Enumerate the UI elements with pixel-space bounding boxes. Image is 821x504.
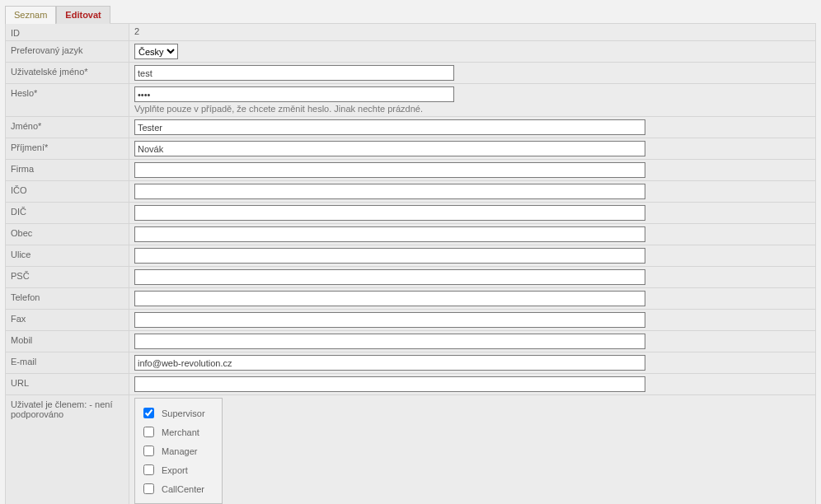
ico-input[interactable] [134, 184, 645, 199]
label-lang: Preferovaný jazyk [6, 41, 129, 63]
fax-input[interactable] [134, 312, 645, 328]
label-password: Heslo* [6, 84, 129, 117]
label-id: ID [6, 24, 129, 41]
tab-edit[interactable]: Editovat [56, 6, 110, 24]
tab-list[interactable]: Seznam [5, 6, 56, 24]
cb-merchant[interactable] [143, 427, 154, 437]
label-street: Ulice [6, 245, 129, 267]
street-input[interactable] [134, 248, 645, 264]
email-input[interactable] [134, 355, 645, 371]
cb-export-label: Export [162, 465, 188, 475]
label-firstname: Jméno* [6, 117, 129, 138]
label-city: Obec [6, 224, 129, 245]
lang-select[interactable]: Česky [134, 44, 178, 59]
label-zip: PSČ [6, 267, 129, 288]
password-hint: Vyplňte pouze v případě, že chcete změni… [134, 104, 810, 114]
label-lastname: Příjmení* [6, 138, 129, 160]
label-company: Firma [6, 160, 129, 181]
cb-merchant-label: Merchant [162, 427, 199, 437]
group-box: Supervisor Merchant Manager Export CallC… [134, 398, 223, 504]
cb-supervisor-label: Supervisor [162, 408, 205, 418]
label-username: Uživatelské jméno* [6, 63, 129, 84]
firstname-input[interactable] [134, 119, 645, 135]
label-fax: Fax [6, 310, 129, 331]
lastname-input[interactable] [134, 141, 645, 156]
url-input[interactable] [134, 376, 645, 392]
cb-manager-label: Manager [162, 446, 197, 456]
tabs: Seznam Editovat [5, 5, 816, 23]
label-email: E-mail [6, 352, 129, 374]
value-id: 2 [129, 24, 816, 41]
password-input[interactable] [134, 86, 454, 102]
username-input[interactable] [134, 65, 454, 81]
mobile-input[interactable] [134, 334, 645, 349]
label-mobile: Mobil [6, 331, 129, 352]
city-input[interactable] [134, 226, 645, 242]
cb-callcenter[interactable] [143, 483, 154, 494]
cb-manager[interactable] [143, 446, 154, 456]
phone-input[interactable] [134, 291, 645, 306]
cb-export[interactable] [143, 464, 154, 475]
edit-form: ID 2 Preferovaný jazyk Česky Uživatelské… [5, 23, 816, 504]
zip-input[interactable] [134, 269, 645, 285]
label-member: Uživatel je členem: - není podporováno [6, 395, 129, 505]
label-dic: DIČ [6, 203, 129, 224]
company-input[interactable] [134, 162, 645, 178]
cb-supervisor[interactable] [143, 408, 154, 418]
cb-callcenter-label: CallCenter [162, 484, 204, 494]
label-url: URL [6, 374, 129, 395]
label-phone: Telefon [6, 288, 129, 310]
dic-input[interactable] [134, 205, 645, 221]
label-ico: IČO [6, 181, 129, 203]
